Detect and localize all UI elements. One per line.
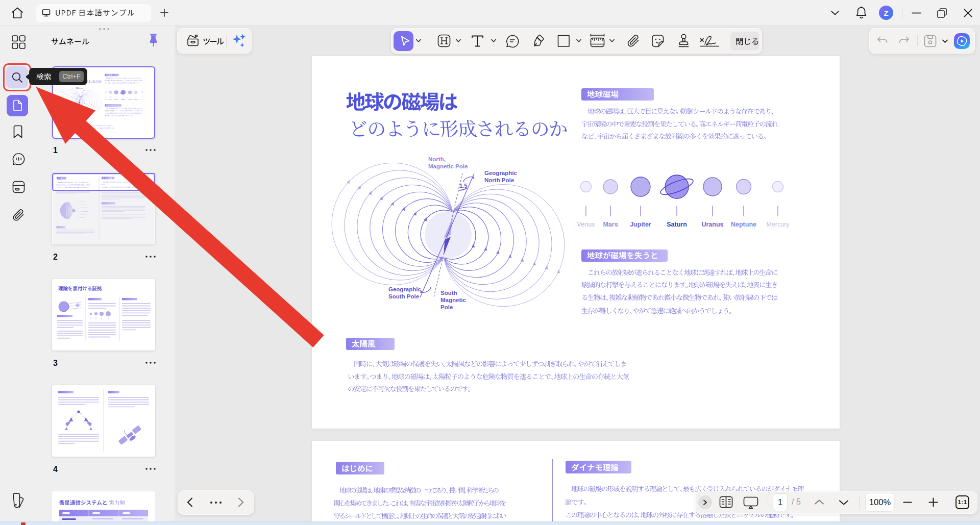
svg-text:Z: Z xyxy=(884,9,888,17)
